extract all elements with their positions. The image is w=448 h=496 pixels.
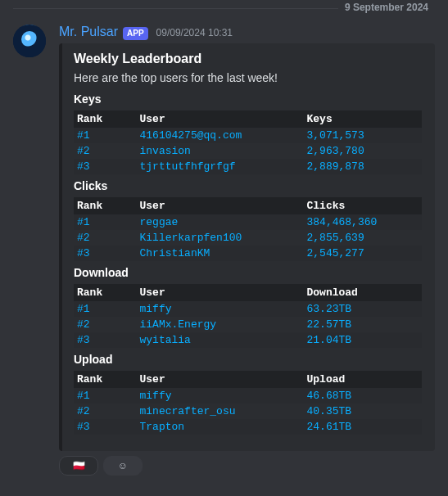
author-name[interactable]: Mr. Pulsar: [59, 25, 118, 39]
rank-cell: #1: [74, 388, 137, 404]
rank-cell: #1: [74, 214, 137, 230]
value-cell: 2,889,878: [304, 159, 423, 174]
table-row: #1416104275@qq.com3,071,573: [74, 128, 422, 143]
column-header: Rank: [74, 197, 137, 214]
rank-cell: #3: [74, 419, 137, 435]
column-header: Download: [304, 284, 423, 301]
section-title: Keys: [74, 92, 422, 106]
user-cell: minecrafter_osu: [137, 404, 304, 419]
value-cell: 2,963,780: [304, 143, 423, 159]
add-reaction-button[interactable]: ☺: [103, 456, 143, 476]
user-cell: invasion: [137, 143, 304, 159]
rank-cell: #2: [74, 143, 137, 159]
leaderboard-table: RankUserClicks#1reggae384,468,360#2Kille…: [74, 197, 422, 261]
section-title: Download: [74, 266, 422, 279]
leaderboard-table: RankUserDownload#1miffy63.23TB#2iiAMx.En…: [74, 284, 422, 348]
column-header: User: [137, 371, 304, 388]
column-header: User: [137, 110, 304, 128]
value-cell: 2,545,277: [304, 246, 423, 261]
value-cell: 24.61TB: [304, 419, 423, 435]
date-divider-label: 9 September 2024: [338, 2, 435, 13]
user-cell: tjrttutfhfgrfgf: [137, 159, 304, 174]
rank-cell: #3: [74, 159, 137, 174]
table-row: #2minecrafter_osu40.35TB: [74, 404, 422, 419]
column-header: Clicks: [304, 197, 423, 214]
section-title: Clicks: [74, 179, 422, 192]
table-row: #1miffy46.68TB: [74, 388, 422, 404]
value-cell: 2,855,639: [304, 230, 423, 246]
table-row: #3wyitalia21.04TB: [74, 332, 422, 348]
column-header: User: [137, 284, 304, 301]
user-cell: miffy: [137, 301, 304, 317]
user-cell: iiAMx.Energy: [137, 317, 304, 332]
value-cell: 21.04TB: [304, 332, 423, 348]
user-cell: Trapton: [137, 419, 304, 435]
embed: Weekly Leaderboard Here are the top user…: [59, 43, 435, 451]
user-cell: Killerkarpfen100: [137, 230, 304, 246]
value-cell: 384,468,360: [304, 214, 423, 230]
leaderboard-table: RankUserKeys#1416104275@qq.com3,071,573#…: [74, 110, 422, 174]
avatar[interactable]: [13, 25, 46, 57]
table-row: #2iiAMx.Energy22.57TB: [74, 317, 422, 332]
add-reaction-icon: ☺: [118, 460, 128, 471]
rank-cell: #2: [74, 404, 137, 419]
rank-cell: #2: [74, 230, 137, 246]
message-timestamp: 09/09/2024 10:31: [156, 27, 233, 38]
table-row: #2Killerkarpfen1002,855,639: [74, 230, 422, 246]
user-cell: ChristianKM: [137, 246, 304, 261]
section-title: Upload: [74, 353, 422, 366]
rank-cell: #2: [74, 317, 137, 332]
user-cell: 416104275@qq.com: [137, 128, 304, 143]
rank-cell: #1: [74, 128, 137, 143]
rank-cell: #3: [74, 332, 137, 348]
embed-title: Weekly Leaderboard: [74, 52, 422, 66]
flag-icon: 🇵🇱: [73, 460, 85, 471]
column-header: Rank: [74, 110, 137, 128]
column-header: Upload: [304, 371, 423, 388]
embed-sections: KeysRankUserKeys#1416104275@qq.com3,071,…: [74, 92, 422, 435]
app-badge: APP: [123, 27, 148, 40]
value-cell: 3,071,573: [304, 128, 423, 143]
column-header: Rank: [74, 284, 137, 301]
message: Mr. Pulsar APP 09/09/2024 10:31 Weekly L…: [0, 23, 448, 476]
user-cell: reggae: [137, 214, 304, 230]
value-cell: 63.23TB: [304, 301, 423, 317]
column-header: User: [137, 197, 304, 214]
value-cell: 40.35TB: [304, 404, 423, 419]
table-row: #1reggae384,468,360: [74, 214, 422, 230]
message-header: Mr. Pulsar APP 09/09/2024 10:31: [59, 25, 435, 40]
value-cell: 46.68TB: [304, 388, 423, 404]
value-cell: 22.57TB: [304, 317, 423, 332]
table-row: #3ChristianKM2,545,277: [74, 246, 422, 261]
column-header: Rank: [74, 371, 137, 388]
table-row: #3tjrttutfhfgrfgf2,889,878: [74, 159, 422, 174]
reaction-button[interactable]: 🇵🇱: [59, 456, 98, 476]
leaderboard-table: RankUserUpload#1miffy46.68TB#2minecrafte…: [74, 371, 422, 435]
message-body: Mr. Pulsar APP 09/09/2024 10:31 Weekly L…: [59, 25, 435, 476]
user-cell: miffy: [137, 388, 304, 404]
column-header: Keys: [304, 110, 423, 128]
date-divider: 9 September 2024: [13, 0, 435, 16]
user-cell: wyitalia: [137, 332, 304, 348]
table-row: #2invasion2,963,780: [74, 143, 422, 159]
rank-cell: #3: [74, 246, 137, 261]
reactions-bar: 🇵🇱 ☺: [59, 456, 435, 476]
rank-cell: #1: [74, 301, 137, 317]
table-row: #1miffy63.23TB: [74, 301, 422, 317]
table-row: #3Trapton24.61TB: [74, 419, 422, 435]
embed-description: Here are the top users for the last week…: [74, 71, 422, 84]
